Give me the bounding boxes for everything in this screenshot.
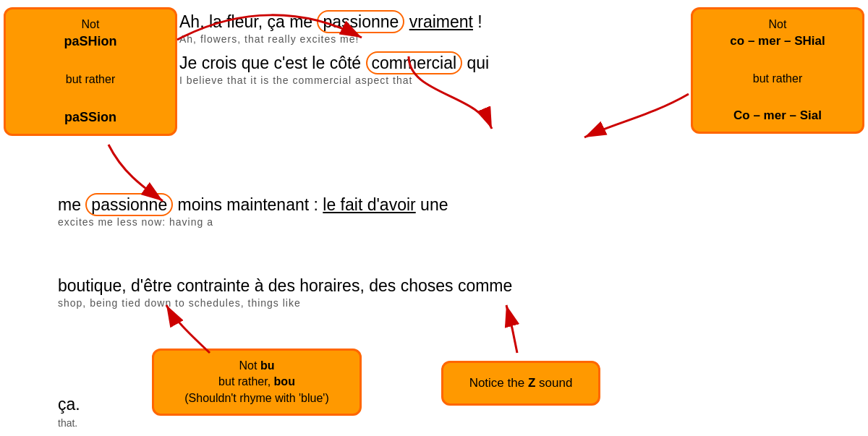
passionne-highlight-2: passionne xyxy=(85,193,173,216)
row4-french: boutique, d'être contrainte à des horair… xyxy=(58,275,861,297)
row2-french: Je crois que c'est le côté commercial qu… xyxy=(179,52,689,74)
le-fait-davoir-underline: le fait d'avoir xyxy=(323,195,415,214)
row5-french: ça. xyxy=(58,395,80,414)
right-pronunciation-box: Not co – mer – SHial but rather Co – mer… xyxy=(691,7,864,134)
row2-english: I believe that it is the commercial aspe… xyxy=(179,74,689,86)
bottom-left-bou: bou xyxy=(274,375,295,388)
right-box-wrong: co – mer – SHial xyxy=(703,33,852,50)
bottom-right-notice-box: Notice the Z sound xyxy=(441,361,600,406)
bottom-left-line3: (Shouldn't rhyme with 'blue') xyxy=(164,390,349,406)
bottom-left-line1: Not bu xyxy=(164,358,349,374)
left-box-correct: paSSion xyxy=(16,108,165,127)
row1-english: Ah, flowers, that really excites me! xyxy=(179,33,689,45)
main-text-block: Ah, la fleur, ça me passionne vraiment !… xyxy=(179,11,689,96)
right-box-correct: Co – mer – Sial xyxy=(703,107,852,124)
row3-french: me passionne moins maintenant : le fait … xyxy=(58,194,861,216)
row4-english: shop, being tied down to schedules, thin… xyxy=(58,297,861,309)
z-sound-bold: Z xyxy=(528,376,535,390)
left-box-but-rather: but rather xyxy=(16,72,165,87)
main-container: Not paSHion but rather paSSion Not co – … xyxy=(0,0,868,436)
row3-english: excites me less now: having a xyxy=(58,216,861,228)
arrow-right-to-commercial xyxy=(584,94,689,137)
row3-block: me passionne moins maintenant : le fait … xyxy=(58,194,861,236)
right-box-not: Not xyxy=(703,17,852,33)
bottom-left-pronunciation-box: Not bu but rather, bou (Shouldn't rhyme … xyxy=(152,349,362,416)
vraiment-underline: vraiment xyxy=(409,12,473,31)
passionne-highlight-1: passionne xyxy=(317,10,404,33)
left-box-wrong: paSHion xyxy=(16,33,165,51)
bottom-left-line2: but rather, bou xyxy=(164,374,349,390)
arrow-bottom-box-to-boutique xyxy=(166,305,210,353)
right-box-but-rather: but rather xyxy=(703,71,852,87)
left-box-not: Not xyxy=(16,17,165,33)
arrow-bottom-right-to-horaires xyxy=(506,305,517,353)
commercial-highlight: commercial xyxy=(366,51,463,74)
row4-block: boutique, d'être contrainte à des horair… xyxy=(58,275,861,309)
left-pronunciation-box: Not paSHion but rather paSSion xyxy=(4,7,177,136)
row5-english: that. xyxy=(58,417,77,429)
row1-french: Ah, la fleur, ça me passionne vraiment ! xyxy=(179,11,689,33)
